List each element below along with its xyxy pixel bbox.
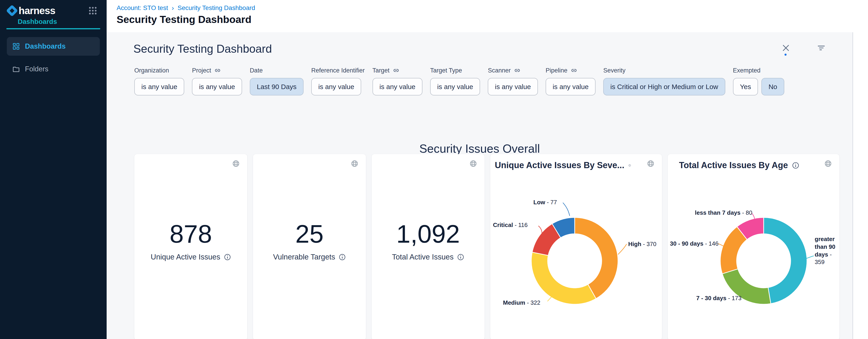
stat-card-total-active-issues: 1,092Total Active Issues: [372, 154, 485, 339]
logo-row: harness: [0, 0, 106, 16]
sidebar: harness Dashboards Dashboards Folders: [0, 0, 106, 339]
filter-severity: Severityis Critical or High or Medium or…: [603, 66, 725, 95]
dashboard-content: Security Testing Dashboard Organizationi…: [106, 32, 852, 339]
filter-chip-pipeline-is-any-value[interactable]: is any value: [546, 78, 595, 95]
filter-label: Organization: [134, 66, 184, 74]
scrollbar-strip[interactable]: [852, 32, 868, 339]
sidebar-item-label: Dashboards: [25, 42, 66, 51]
close-icon[interactable]: [781, 44, 790, 52]
folder-icon: [12, 65, 20, 73]
chart-card-total-active-issues-by-age: Total Active Issues By Age greater than …: [668, 154, 839, 339]
logo-text: harness: [19, 5, 55, 16]
stat-label: Vulnerable Targets: [273, 253, 335, 261]
filter-label: Exempted: [733, 66, 784, 74]
filter-organization: Organizationis any value: [134, 66, 184, 95]
filter-scanner: Scanneris any value: [488, 66, 538, 95]
filter-label: Project: [192, 66, 242, 74]
section-heading: Security Issues Overall: [106, 142, 852, 156]
filter-chip-exempted-yes[interactable]: Yes: [733, 78, 758, 95]
info-icon[interactable]: [628, 162, 631, 169]
leader-line: [563, 203, 570, 216]
filters-row: Organizationis any valueProjectis any va…: [134, 66, 784, 95]
pie-label-high: High - 370: [628, 241, 656, 248]
filter-chip-project-is-any-value[interactable]: is any value: [192, 78, 242, 95]
globe-icon[interactable]: [470, 160, 477, 167]
link-icon: [393, 67, 400, 74]
filter-label: Date: [250, 66, 304, 74]
filter-pipeline: Pipelineis any value: [546, 66, 595, 95]
link-icon: [214, 67, 221, 74]
chart-card-unique-active-issues-by-severity: Unique Active Issues By Seve... High - 3…: [490, 154, 662, 339]
stat-value: 25: [296, 221, 324, 247]
link-icon: [570, 67, 578, 74]
chart-title: Unique Active Issues By Seve...: [495, 161, 624, 170]
globe-icon[interactable]: [232, 160, 240, 167]
filter-label: Target: [373, 66, 423, 74]
breadcrumb-separator: ›: [172, 4, 174, 12]
filter-date: DateLast 90 Days: [250, 66, 304, 95]
stat-label-row: Vulnerable Targets: [273, 253, 346, 261]
sidebar-nav: Dashboards Folders: [0, 37, 106, 78]
info-icon[interactable]: [224, 254, 231, 261]
pie-label-greater-than-90-days: greater than 90 days - 359: [815, 235, 839, 266]
stat-value: 878: [170, 221, 212, 247]
filter-chip-organization-is-any-value[interactable]: is any value: [134, 78, 184, 95]
topbar: Account: STO test › Security Testing Das…: [106, 0, 868, 32]
filter-exempted: ExemptedYesNo: [733, 66, 784, 95]
filter-chip-target-is-any-value[interactable]: is any value: [373, 78, 423, 95]
globe-icon[interactable]: [647, 160, 654, 167]
stat-card-unique-active-issues: 878Unique Active Issues: [134, 154, 247, 339]
filter-reference-identifier: Reference Identifieris any value: [311, 66, 365, 95]
breadcrumb-dashboard-link[interactable]: Security Testing Dashboard: [178, 4, 255, 11]
filter-label: Pipeline: [546, 66, 595, 74]
filter-project: Projectis any value: [192, 66, 242, 95]
globe-icon[interactable]: [351, 160, 358, 167]
filter-chip-scanner-is-any-value[interactable]: is any value: [488, 78, 538, 95]
cards-row: 878Unique Active Issues25Vulnerable Targ…: [134, 154, 839, 339]
pie-label-30-90-days: 30 - 90 days - 146: [670, 240, 718, 248]
globe-icon[interactable]: [825, 160, 832, 167]
sidebar-item-folders[interactable]: Folders: [7, 60, 100, 78]
breadcrumb-account-link[interactable]: Account: STO test: [117, 4, 168, 11]
filter-target-type: Target Typeis any value: [430, 66, 480, 95]
filter-chip-target-type-is-any-value[interactable]: is any value: [430, 78, 480, 95]
info-icon[interactable]: [792, 162, 799, 169]
dashboard-actions: [781, 44, 852, 52]
pie-label-critical: Critical - 116: [493, 221, 528, 229]
harness-logo-icon: [6, 4, 18, 17]
pie-label-7-30-days: 7 - 30 days - 173: [696, 294, 741, 302]
filter-chip-severity-is-critical-or-high-or-medium-or-low[interactable]: is Critical or High or Medium or Low: [603, 78, 725, 95]
stat-label: Total Active Issues: [392, 253, 454, 261]
info-icon[interactable]: [457, 254, 464, 261]
filter-label: Scanner: [488, 66, 538, 74]
filter-label: Reference Identifier: [311, 66, 365, 74]
breadcrumb: Account: STO test › Security Testing Das…: [117, 4, 255, 12]
filter-chip-exempted-no[interactable]: No: [762, 78, 784, 95]
donut-slice-greater-than-90-days[interactable]: [764, 218, 807, 304]
dashboard-title: Security Testing Dashboard: [133, 42, 272, 55]
pie-label-less-than-7-days: less than 7 days - 80: [695, 209, 752, 217]
filter-target: Targetis any value: [373, 66, 423, 95]
module-grid-icon[interactable]: [89, 6, 97, 15]
filter-chip-date-last-90-days[interactable]: Last 90 Days: [250, 78, 304, 95]
pie-label-low: Low - 77: [533, 199, 557, 206]
dashboards-icon: [12, 43, 20, 50]
filter-label: Severity: [603, 66, 725, 74]
stat-label-row: Total Active Issues: [392, 253, 464, 261]
stat-label-row: Unique Active Issues: [151, 253, 231, 261]
filter-icon[interactable]: [817, 44, 826, 52]
sidebar-item-dashboards[interactable]: Dashboards: [7, 37, 100, 56]
filter-chip-reference-identifier-is-any-value[interactable]: is any value: [311, 78, 361, 95]
donut-slice-medium[interactable]: [531, 252, 596, 304]
leader-line: [538, 226, 542, 233]
stat-value: 1,092: [396, 221, 460, 247]
leader-line: [618, 244, 627, 254]
link-icon: [514, 67, 521, 74]
stat-card-vulnerable-targets: 25Vulnerable Targets: [253, 154, 366, 339]
sidebar-item-label: Folders: [25, 65, 48, 73]
info-icon[interactable]: [339, 254, 346, 261]
pie-label-medium: Medium - 322: [503, 299, 540, 307]
page-title: Security Testing Dashboard: [117, 13, 251, 25]
cursor-dot: [784, 54, 786, 56]
donut-slice-high[interactable]: [575, 218, 618, 299]
